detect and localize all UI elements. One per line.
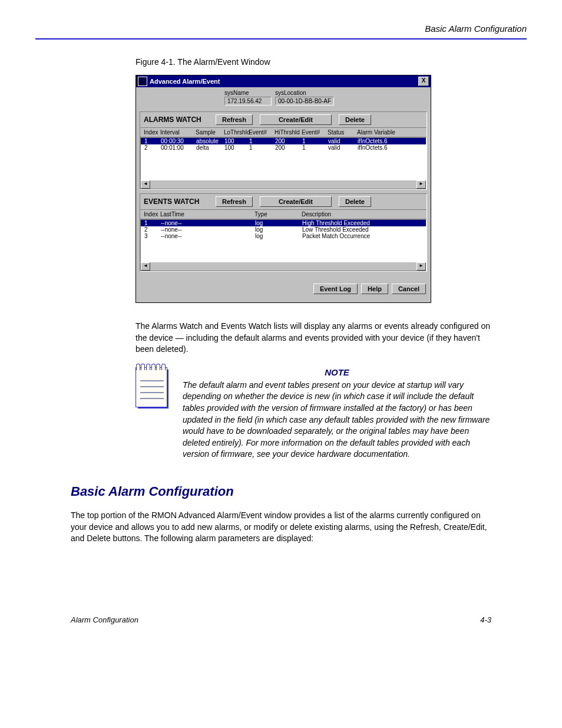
col-event2: Event#: [302, 129, 328, 136]
alarms-scrollbar[interactable]: ◄ ►: [140, 180, 427, 189]
events-columns: Index LastTime Type Description: [140, 210, 427, 219]
system-menu-icon[interactable]: [138, 77, 147, 86]
page-footer: Alarm Configuration 4-3: [71, 615, 491, 624]
table-row[interactable]: 3--none--logPacket Match Occurrence: [141, 233, 426, 239]
footer-left: Alarm Configuration: [71, 615, 138, 624]
scroll-left-icon[interactable]: ◄: [141, 180, 150, 189]
col-description: Description: [302, 211, 419, 218]
note-block: NOTE The default alarm and event tables …: [135, 367, 491, 460]
figure-caption: Figure 4-1. The Alarm/Event Window: [135, 57, 527, 67]
table-row[interactable]: 2--none--logLow Threshold Exceeded: [141, 226, 426, 233]
dialog-titlebar: Advanced Alarm/Event X: [136, 75, 431, 87]
figure-screenshot: Advanced Alarm/Event X sysName 172.19.56…: [135, 75, 527, 303]
col-hithreshold: HiThrshld: [275, 129, 302, 136]
sysname-label: sysName: [224, 90, 272, 96]
note-body: The default alarm and event tables prese…: [183, 380, 491, 460]
alarm-event-dialog: Advanced Alarm/Event X sysName 172.19.56…: [135, 75, 431, 303]
alarms-list[interactable]: 100:00:30absolute10012001validifInOctets…: [140, 137, 427, 180]
events-section: EVENTS WATCH Refresh Create/Edit Delete …: [140, 193, 427, 272]
page-header-right: Basic Alarm Configuration: [35, 24, 527, 34]
events-create-edit-button[interactable]: Create/Edit: [260, 196, 332, 207]
col-status: Status: [328, 129, 357, 136]
events-title: EVENTS WATCH: [144, 197, 209, 206]
system-fields: sysName 172.19.56.42 sysLocation 00-00-1…: [136, 87, 431, 108]
alarms-section: ALARMS WATCH Refresh Create/Edit Delete …: [140, 111, 427, 190]
col-lasttime: LastTime: [160, 211, 254, 218]
alarms-columns: Index Interval Sample LoThrshld Event# H…: [140, 128, 427, 137]
alarms-title: ALARMS WATCH: [144, 116, 209, 124]
col-type: Type: [254, 211, 302, 218]
note-icon: [135, 367, 171, 409]
col-alarm-variable: Alarm Variable: [357, 129, 404, 136]
section-heading: Basic Alarm Configuration: [71, 484, 491, 499]
col-event1: Event#: [249, 129, 275, 136]
events-scrollbar[interactable]: ◄ ►: [140, 262, 427, 271]
table-row[interactable]: 200:01:00delta10012001validifInOctets.6: [141, 144, 426, 151]
syslocation-value: 00-00-1D-BB-B0-AF: [275, 97, 334, 106]
events-list[interactable]: 1--none--logHigh Threshold Exceeded2--no…: [140, 219, 427, 262]
dialog-title: Advanced Alarm/Event: [150, 78, 220, 85]
top-rule: [35, 38, 527, 39]
events-refresh-button[interactable]: Refresh: [216, 196, 253, 207]
body-paragraph-1: The Alarms Watch and Events Watch lists …: [135, 321, 491, 355]
sysname-value: 172.19.56.42: [224, 97, 272, 106]
scroll-right-icon[interactable]: ►: [416, 262, 426, 271]
col-lothreshold: LoThrshld: [224, 129, 249, 136]
alarms-delete-button[interactable]: Delete: [339, 114, 371, 125]
scroll-right-icon[interactable]: ►: [416, 180, 426, 189]
body-paragraph-2: The top portion of the RMON Advanced Ala…: [71, 510, 491, 545]
events-delete-button[interactable]: Delete: [339, 196, 371, 207]
alarms-refresh-button[interactable]: Refresh: [216, 114, 253, 125]
footer-right: 4-3: [480, 615, 491, 624]
cancel-button[interactable]: Cancel: [392, 284, 426, 294]
alarms-create-edit-button[interactable]: Create/Edit: [260, 114, 332, 125]
dialog-bottom-buttons: Event Log Help Cancel: [136, 275, 431, 302]
col-sample: Sample: [196, 129, 224, 136]
col-index: Index: [144, 129, 160, 136]
table-row[interactable]: 100:00:30absolute10012001validifInOctets…: [141, 138, 426, 144]
table-row[interactable]: 1--none--logHigh Threshold Exceeded: [141, 220, 426, 226]
close-button[interactable]: X: [418, 77, 429, 86]
col-interval: Interval: [160, 129, 196, 136]
syslocation-label: sysLocation: [275, 90, 334, 96]
help-button[interactable]: Help: [361, 284, 388, 294]
event-log-button[interactable]: Event Log: [313, 284, 358, 294]
note-label: NOTE: [183, 367, 491, 377]
scroll-left-icon[interactable]: ◄: [141, 262, 150, 271]
col-index: Index: [144, 211, 160, 218]
